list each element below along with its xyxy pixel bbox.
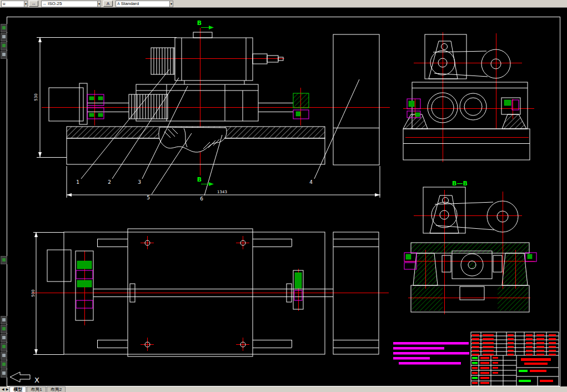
tab-layout1[interactable]: 布局1 bbox=[27, 386, 46, 392]
left-bearing bbox=[87, 94, 104, 119]
chevron-down-icon[interactable]: ▾ bbox=[97, 1, 101, 7]
text-style-combo-value: Standard bbox=[121, 1, 169, 7]
left-toolbar-button[interactable] bbox=[1, 33, 7, 41]
text-style-icon: A bbox=[107, 1, 109, 6]
section-mark-top: B bbox=[197, 19, 214, 29]
tab-layout2[interactable]: 布局2 bbox=[47, 386, 66, 392]
chevron-down-icon[interactable]: ▾ bbox=[169, 1, 173, 7]
note-line bbox=[393, 357, 430, 360]
section-arrow-icon bbox=[209, 26, 214, 29]
ucs-x-label: X bbox=[34, 376, 39, 384]
tab-scroll-right-icon[interactable]: ▶ bbox=[6, 387, 9, 392]
broken-out-section bbox=[159, 127, 227, 152]
centerlines bbox=[32, 236, 389, 351]
section-belt-drive bbox=[423, 187, 518, 233]
balloon-label: 2 bbox=[108, 179, 111, 185]
section-label-b: B bbox=[197, 176, 202, 183]
chevron-down-icon[interactable]: ▾ bbox=[24, 1, 27, 7]
left-toolbar-button[interactable] bbox=[1, 360, 7, 369]
section-label-b: B bbox=[197, 19, 202, 27]
balloon-label: 1 bbox=[76, 179, 79, 185]
cad-application-window: u ▾ ↔ ↔ ISO-25 ▾ A A Standard ▾ bbox=[0, 0, 567, 392]
note-line bbox=[393, 347, 444, 350]
balloon-label: 4 bbox=[309, 179, 313, 185]
centerlines bbox=[42, 28, 390, 175]
belt-drive bbox=[425, 34, 510, 79]
layer-combo-value: u bbox=[3, 1, 24, 7]
dim-text-height: 530 bbox=[34, 93, 38, 100]
left-toolbar-button[interactable] bbox=[1, 369, 7, 378]
note-line bbox=[393, 342, 469, 345]
dim-style-button[interactable]: ↔ bbox=[29, 1, 38, 7]
note-line bbox=[399, 362, 461, 365]
left-toolbar-button[interactable] bbox=[1, 24, 7, 32]
left-toolbar-button[interactable] bbox=[1, 351, 7, 360]
left-toolbar-button[interactable] bbox=[1, 51, 7, 59]
dim-style-icon: ↔ bbox=[32, 1, 36, 6]
front-view: 530 1343 1 2 3 4 5 6 B B bbox=[34, 19, 390, 202]
left-toolbar-button[interactable] bbox=[1, 343, 7, 351]
left-toolbar-button[interactable] bbox=[1, 316, 7, 324]
left-toolbar-button[interactable] bbox=[1, 256, 7, 264]
section-arrow-icon bbox=[209, 182, 214, 186]
end-body bbox=[403, 82, 530, 160]
dimension-lines bbox=[37, 37, 380, 198]
text-style-small-icon: A bbox=[117, 1, 120, 7]
section-body bbox=[411, 243, 529, 312]
dim-style-combo-value: ISO-25 bbox=[48, 1, 97, 7]
top-toolbar: u ▾ ↔ ↔ ISO-25 ▾ A A Standard ▾ bbox=[0, 0, 567, 8]
section-view-title: B—B bbox=[452, 180, 468, 187]
balloon-label: 3 bbox=[138, 179, 141, 185]
section-view: B—B bbox=[404, 180, 536, 314]
machine-base bbox=[67, 34, 379, 165]
drawing-notes bbox=[393, 342, 469, 365]
end-view bbox=[403, 32, 534, 162]
sheet-border bbox=[7, 17, 560, 386]
plan-bearing-green bbox=[77, 261, 302, 288]
left-toolbar-button[interactable] bbox=[1, 42, 7, 50]
dim-style-small-icon: ↔ bbox=[43, 1, 47, 7]
sheet-tab-bar: ◀ ▶ 模型 布局1 布局2 bbox=[0, 386, 567, 392]
text-style-combo[interactable]: A Standard ▾ bbox=[116, 1, 173, 7]
section-mark-bottom: B bbox=[197, 176, 214, 186]
balloon-label: 6 bbox=[200, 196, 203, 202]
ucs-x-arrow-icon bbox=[10, 372, 30, 382]
tab-scroll-left-icon[interactable]: ◀ bbox=[1, 387, 5, 392]
tab-model[interactable]: 模型 bbox=[9, 386, 26, 392]
balloon-label: 5 bbox=[147, 195, 150, 200]
ucs-icon: X bbox=[10, 372, 39, 384]
drawing-canvas[interactable]: 530 1343 1 2 3 4 5 6 B B bbox=[0, 0, 567, 392]
dim-text-width: 500 bbox=[31, 289, 36, 296]
note-line bbox=[393, 352, 469, 355]
left-toolbar-button[interactable] bbox=[1, 334, 7, 342]
dim-text-overall: 1343 bbox=[217, 190, 227, 194]
left-toolbar-button[interactable] bbox=[1, 325, 7, 333]
dimension-arrows bbox=[38, 37, 380, 197]
left-toolbar bbox=[0, 7, 7, 386]
layer-combo[interactable]: u ▾ bbox=[1, 1, 28, 7]
plan-view: 500 bbox=[31, 229, 389, 356]
text-style-button[interactable]: A bbox=[103, 1, 113, 7]
dim-style-combo[interactable]: ↔ ISO-25 ▾ bbox=[41, 1, 101, 7]
